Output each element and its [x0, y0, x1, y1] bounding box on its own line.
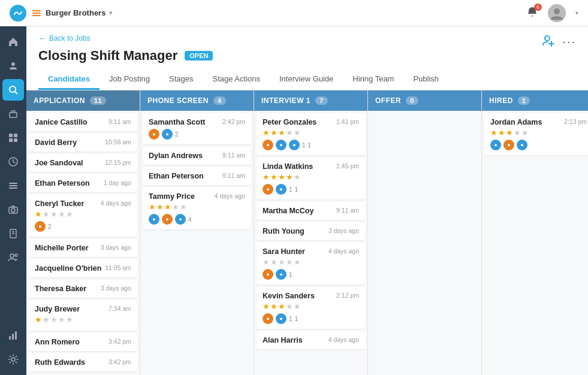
dot: ●	[263, 184, 273, 195]
svg-rect-24	[9, 336, 11, 340]
tab-candidates[interactable]: Candidates	[38, 69, 99, 90]
card-theresa-baker[interactable]: Theresa Baker3 days ago	[29, 280, 137, 298]
sidebar-item-jobs[interactable]	[2, 103, 24, 125]
card-ann-romero[interactable]: Ann Romero3:42 pm	[29, 333, 137, 351]
card-jacqueline-obrien[interactable]: Jacqueline O'brien11:05 am	[29, 259, 137, 277]
col-count-offer: 0	[406, 96, 418, 105]
card-jordan-adams[interactable]: Jordan Adams2:13 pm ★★★★★ ● ● ●	[484, 113, 588, 155]
svg-rect-2	[32, 15, 41, 16]
sidebar	[0, 26, 26, 375]
brand-name: Burger Brothers	[46, 8, 105, 17]
tab-job-posting[interactable]: Job Posting	[99, 69, 159, 90]
card-tammy-price[interactable]: Tammy Price4 days ago ★★★★★ ● ● ● 4	[143, 187, 251, 229]
sidebar-item-search[interactable]	[2, 79, 24, 101]
grid-icon	[8, 132, 19, 143]
user-menu-chevron[interactable]: ▾	[575, 10, 578, 16]
dot-blue-1: ●	[149, 214, 159, 225]
dot-orange-1: ●	[162, 214, 173, 225]
card-dylan-andrews[interactable]: Dylan Andrews9:11 am	[143, 147, 251, 165]
col-header-application: APPLICATION 11	[26, 90, 140, 111]
col-cards-interview1: Peter Gonzales1:41 pm ★★★★★ ● ● ● 1 1 Li…	[254, 111, 367, 375]
card-peter-gonzales[interactable]: Peter Gonzales1:41 pm ★★★★★ ● ● ● 1 1	[257, 113, 365, 155]
back-link-label: Back to Jobs	[49, 34, 91, 43]
sidebar-item-users[interactable]	[2, 247, 24, 268]
stars-judy: ★★★★★	[35, 315, 131, 324]
search-icon	[8, 84, 19, 95]
sidebar-item-camera[interactable]	[2, 199, 24, 220]
card-ethan-peterson-app[interactable]: Ethan Peterson1 day ago	[29, 174, 137, 192]
col-cards-offer	[368, 111, 481, 375]
brand-chevron: ▾	[109, 10, 112, 16]
dot-orange: ●	[149, 129, 159, 140]
svg-rect-10	[14, 134, 17, 137]
col-label-offer: OFFER	[375, 96, 401, 105]
tab-interview-guide[interactable]: Interview Guide	[270, 69, 343, 90]
sidebar-item-list[interactable]	[2, 175, 24, 196]
stars-linda: ★★★★★	[263, 173, 359, 182]
page-header: ← Back to Jobs Closing Shift Manager OPE…	[26, 26, 588, 90]
col-label-application: APPLICATION	[34, 96, 85, 105]
col-count-hired: 1	[518, 96, 530, 105]
tab-publish[interactable]: Publish	[403, 69, 448, 90]
sidebar-item-docs[interactable]	[2, 223, 24, 244]
dot: ●	[276, 140, 287, 150]
notification-count: 6	[534, 4, 542, 11]
back-link[interactable]: ← Back to Jobs	[38, 34, 213, 43]
tab-stages[interactable]: Stages	[159, 69, 203, 90]
svg-rect-16	[9, 187, 17, 189]
card-kevin-sanders[interactable]: Kevin Sanders2:12 pm ★★★★★ ● ● 11	[257, 287, 365, 329]
sidebar-item-home[interactable]	[2, 31, 24, 53]
col-header-hired: HIRED 1	[482, 90, 588, 111]
card-martha-mccoy[interactable]: Martha McCoy9:11 am	[257, 202, 365, 220]
top-nav: Burger Brothers ▾ 6 ▾	[0, 0, 588, 26]
card-cheryl-tucker[interactable]: Cheryl Tucker4 days ago ★★★★★ ●2	[29, 195, 137, 237]
tab-hiring-team[interactable]: Hiring Team	[343, 69, 403, 90]
card-joe-sandoval[interactable]: Joe Sandoval12:15 pm	[29, 154, 137, 172]
job-title: Closing Shift Manager	[38, 48, 177, 63]
stars-sara: ★★★★★	[263, 258, 359, 267]
card-ruth-edwards[interactable]: Ruth Edwards3:42 pm	[29, 353, 137, 371]
camera-icon	[8, 204, 19, 215]
card-ruth-young[interactable]: Ruth Young3 days ago	[257, 222, 365, 240]
sidebar-item-grid[interactable]	[2, 127, 24, 149]
back-arrow-icon: ←	[38, 34, 47, 43]
card-samantha-scott[interactable]: Samantha Scott2:42 pm ● ● 2	[143, 113, 251, 144]
card-janice-castillo[interactable]: Janice Castillo9:11 am	[29, 113, 137, 131]
col-count-phone-screen: 4	[213, 96, 226, 105]
list-icon	[8, 180, 19, 191]
card-david-berry[interactable]: David Berry10:56 am	[29, 134, 137, 152]
clock-icon	[8, 156, 19, 167]
sidebar-item-settings[interactable]	[2, 349, 24, 370]
card-michelle-porter[interactable]: Michelle Porter3 days ago	[29, 239, 137, 257]
stars-jordan: ★★★★★	[490, 128, 587, 137]
stars-peter: ★★★★★	[263, 128, 359, 137]
brand-area[interactable]: Burger Brothers ▾	[31, 8, 112, 19]
card-linda-watkins[interactable]: Linda Watkins1:45 pm ★★★★★ ● ● 11	[257, 158, 365, 199]
dot: ●	[263, 140, 273, 150]
dot: ●	[490, 140, 501, 150]
user-avatar[interactable]	[548, 4, 566, 22]
col-application: APPLICATION 11 Janice Castillo9:11 am Da…	[26, 90, 140, 375]
card-alan-harris[interactable]: Alan Harris4 days ago	[257, 331, 365, 349]
sidebar-item-chart[interactable]	[2, 325, 24, 346]
card-ethan-peterson-phone[interactable]: Ethan Peterson9:11 am	[143, 167, 251, 185]
document-icon	[8, 228, 19, 239]
col-label-interview1: INTERVIEW 1	[261, 96, 310, 105]
sidebar-item-people[interactable]	[2, 55, 24, 77]
card-judy-brewer[interactable]: Judy Brewer7:34 am ★★★★★	[29, 300, 137, 331]
more-options-button[interactable]: ···	[562, 35, 576, 49]
tabs: Candidates Job Posting Stages Stage Acti…	[38, 69, 576, 90]
col-count-interview1: 7	[315, 96, 328, 105]
add-person-icon	[542, 34, 555, 47]
col-interview1: INTERVIEW 1 7 Peter Gonzales1:41 pm ★★★★…	[254, 90, 368, 375]
svg-point-4	[554, 8, 560, 14]
card-sara-hunter[interactable]: Sara Hunter4 days ago ★★★★★ ● ● 1	[257, 243, 365, 285]
add-candidate-button[interactable]	[542, 34, 555, 50]
job-title-row: Closing Shift Manager OPEN	[38, 48, 213, 63]
tab-stage-actions[interactable]: Stage Actions	[203, 69, 270, 90]
col-count-application: 11	[90, 96, 106, 105]
notifications-button[interactable]: 6	[526, 6, 538, 20]
sidebar-item-clock[interactable]	[2, 151, 24, 173]
app-logo	[10, 5, 26, 22]
svg-rect-14	[9, 183, 17, 184]
